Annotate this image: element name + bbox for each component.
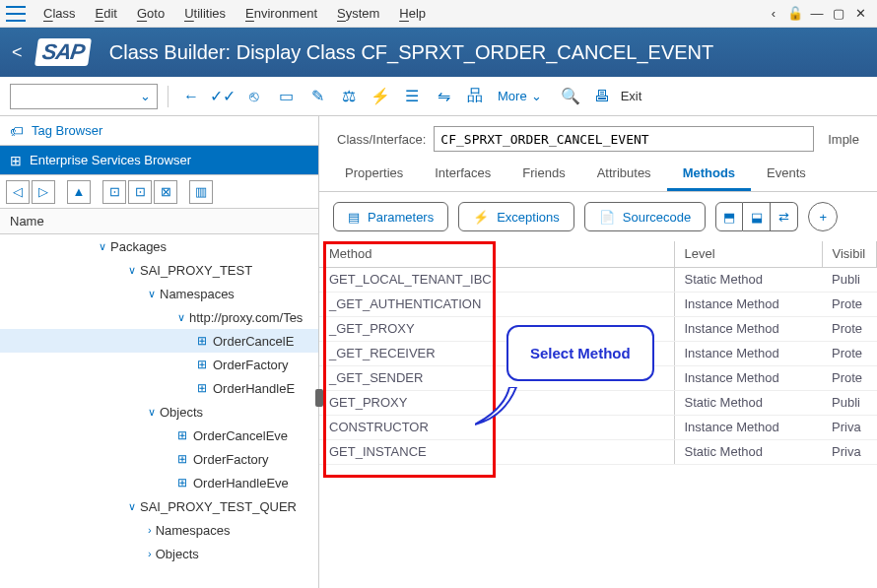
table-row[interactable]: GET_PROXYStatic MethodPubli (319, 390, 877, 415)
delete-row-icon[interactable]: ⬓ (743, 202, 771, 231)
tree-node[interactable]: ⊞OrderCancelEve (0, 424, 318, 447)
tab-properties[interactable]: Properties (329, 158, 419, 191)
toolbar: ⌄ ← ✓✓ ⎋ ▭ ✎ ⚖ ⚡ ☰ ⇋ 品 More ⌄ 🔍 🖶 Exit (0, 77, 877, 116)
tree-view[interactable]: ∨Packages∨SAI_PROXY_TEST∨Namespaces∨http… (0, 234, 318, 588)
col-level[interactable]: Level (674, 241, 822, 267)
menu-edit[interactable]: Edit (86, 6, 127, 21)
class-interface-input[interactable] (434, 126, 814, 152)
minimize-icon[interactable]: — (806, 3, 828, 25)
tree-node[interactable]: ∨Packages (0, 234, 318, 258)
list-icon: ▤ (348, 210, 360, 225)
table-row[interactable]: GET_LOCAL_TENANT_IBCStatic MethodPubli (319, 267, 877, 292)
command-field[interactable]: ⌄ (10, 84, 158, 109)
exceptions-button[interactable]: ⚡Exceptions (458, 202, 574, 231)
more-menu[interactable]: More ⌄ (494, 89, 546, 103)
wand-icon[interactable]: ⚡ (368, 84, 393, 109)
lines-icon[interactable]: ☰ (399, 84, 425, 109)
table-row[interactable]: _GET_AUTHENTICATIONInstance MethodProte (319, 292, 877, 316)
tree-node[interactable]: ∨Namespaces (0, 282, 318, 305)
nav-back-icon[interactable]: ← (178, 84, 204, 109)
scale-icon[interactable]: ⚖ (336, 84, 362, 109)
insert-row-icon[interactable]: ⬒ (715, 202, 743, 231)
tool3-icon[interactable]: ⊠ (154, 180, 177, 204)
table-row[interactable]: CONSTRUCTORInstance MethodPriva (319, 415, 877, 439)
implemented-label: Imple (822, 132, 859, 147)
page-title: Class Builder: Display Class CF_SPRXT_OR… (109, 41, 714, 64)
class-interface-label: Class/Interface: (337, 132, 426, 147)
callout: Select Method (506, 325, 654, 381)
add-icon[interactable]: + (808, 202, 838, 231)
menu-help[interactable]: Help (389, 6, 436, 21)
menu-utilities[interactable]: Utilities (174, 6, 236, 21)
tree-node[interactable]: ⊞OrderFactory (0, 447, 318, 471)
tree-node[interactable]: ›Namespaces (0, 518, 318, 542)
copy-row-icon[interactable]: ⇄ (771, 202, 798, 231)
tool1-icon[interactable]: ⊡ (102, 180, 126, 204)
enterprise-services-tab[interactable]: ⊞ Enterprise Services Browser (0, 146, 318, 175)
link-icon[interactable]: ⇋ (431, 84, 456, 109)
code-icon: 📄 (599, 210, 615, 225)
tree-node[interactable]: ⊞OrderHandleE (0, 376, 318, 400)
tree-toolbar: ◁ ▷ ▲ ⊡ ⊡ ⊠ ▥ (0, 175, 318, 209)
tree-header: Name (0, 209, 318, 234)
tree-node[interactable]: ∨http://proxy.com/Tes (0, 305, 318, 329)
tab-strip: PropertiesInterfacesFriendsAttributesMet… (319, 158, 877, 192)
back-button[interactable]: < (12, 42, 23, 63)
tree-node[interactable]: ›Objects (0, 542, 318, 565)
tag-icon: 🏷 (10, 123, 24, 139)
tab-interfaces[interactable]: Interfaces (419, 158, 506, 191)
menu-goto[interactable]: Goto (127, 6, 174, 21)
prev-icon[interactable]: ◁ (6, 180, 30, 204)
col-method[interactable]: Method (319, 241, 674, 267)
tree-node[interactable]: ⊞OrderHandleEve (0, 471, 318, 494)
tool2-icon[interactable]: ⊡ (128, 180, 152, 204)
tree-node[interactable]: ⊞OrderFactory (0, 353, 318, 376)
sourcecode-button[interactable]: 📄Sourcecode (584, 202, 706, 231)
close-icon[interactable]: ✕ (849, 3, 871, 25)
edit-icon[interactable]: ✎ (304, 84, 330, 109)
check-icon[interactable]: ✓✓ (210, 84, 236, 109)
splitter-handle[interactable] (315, 389, 323, 407)
refresh-icon[interactable]: ▲ (67, 180, 91, 204)
next-icon[interactable]: ▷ (32, 180, 55, 204)
bolt-icon: ⚡ (473, 210, 489, 225)
grid-icon: ⊞ (10, 153, 22, 168)
lock-icon[interactable]: 🔓 (784, 3, 806, 25)
tree-node[interactable]: ∨Objects (0, 400, 318, 424)
new-icon[interactable]: ▭ (273, 84, 299, 109)
maximize-icon[interactable]: ▢ (828, 3, 849, 25)
print-icon[interactable]: 🖶 (589, 84, 615, 109)
tab-methods[interactable]: Methods (667, 158, 751, 191)
parameters-button[interactable]: ▤Parameters (333, 202, 448, 231)
search-icon[interactable]: 🔍 (558, 84, 583, 109)
menu-class[interactable]: Class (34, 6, 86, 21)
left-pane: 🏷 Tag Browser ⊞ Enterprise Services Brow… (0, 116, 319, 588)
tree-node[interactable]: ∨SAI_PROXY_TEST (0, 258, 318, 282)
activate-icon[interactable]: ⎋ (241, 84, 267, 109)
tree-node[interactable]: ∨SAI_PROXY_TEST_QUER (0, 494, 318, 518)
title-bar: < SAP Class Builder: Display Class CF_SP… (0, 28, 877, 77)
hierarchy-icon[interactable]: 品 (462, 84, 488, 109)
sap-logo: SAP (34, 38, 92, 66)
hamburger-icon[interactable] (6, 6, 26, 22)
right-pane: Class/Interface: Imple PropertiesInterfa… (319, 116, 877, 588)
tab-friends[interactable]: Friends (506, 158, 580, 191)
col-visibility[interactable]: Visibil (822, 241, 877, 267)
exit-button[interactable]: Exit (621, 84, 642, 109)
methods-toolbar: ▤Parameters ⚡Exceptions 📄Sourcecode ⬒ ⬓ … (319, 192, 877, 241)
chevron-left-icon[interactable]: ‹ (763, 3, 784, 25)
tab-events[interactable]: Events (751, 158, 822, 191)
menu-system[interactable]: System (327, 6, 389, 21)
tree-node[interactable]: ⊞OrderCancelE (0, 329, 318, 353)
tab-attributes[interactable]: Attributes (581, 158, 667, 191)
table-row[interactable]: GET_INSTANCEStatic MethodPriva (319, 439, 877, 464)
menu-environment[interactable]: Environment (236, 6, 327, 21)
menu-bar: ClassEditGotoUtilitiesEnvironmentSystemH… (0, 0, 877, 28)
tag-browser-tab[interactable]: 🏷 Tag Browser (0, 116, 318, 146)
tool4-icon[interactable]: ▥ (189, 180, 213, 204)
